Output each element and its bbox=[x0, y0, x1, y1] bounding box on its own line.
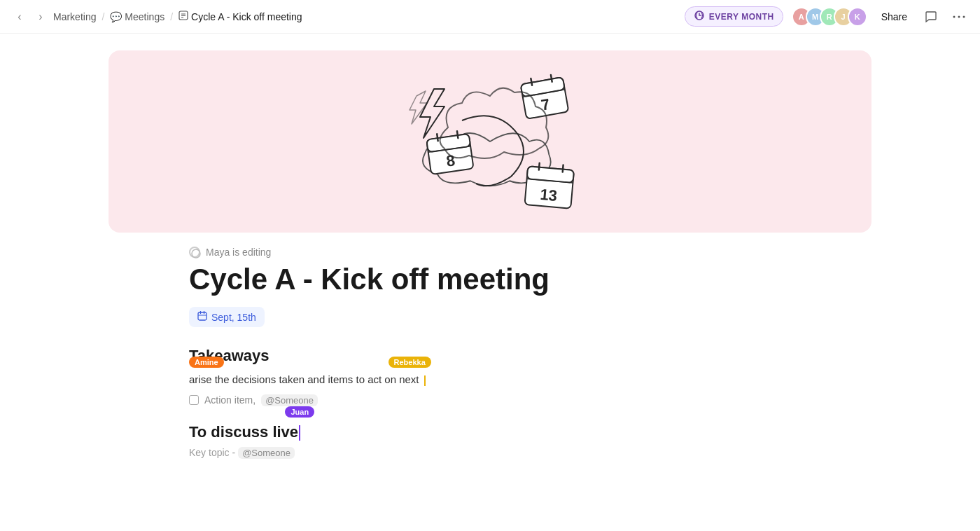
body-text-prefix: arise the decisions taken and items to a… bbox=[189, 373, 419, 385]
svg-point-6 bbox=[958, 15, 960, 18]
rebekka-cursor-label: Rebekka bbox=[388, 357, 431, 368]
breadcrumb-label: Cycle A - Kick off meeting bbox=[191, 11, 302, 22]
breadcrumb-separator-2: / bbox=[170, 11, 173, 22]
action-item-label: Action item, bbox=[204, 394, 255, 406]
cycle-icon bbox=[694, 10, 705, 23]
takeaways-heading: Takeaways bbox=[189, 347, 791, 365]
breadcrumb-current-page[interactable]: Cycle A - Kick off meeting bbox=[178, 11, 302, 22]
discuss-heading: To discuss live bbox=[189, 423, 300, 441]
topbar-right-actions: Every Month A M R J K Share bbox=[685, 6, 969, 27]
share-button[interactable]: Share bbox=[876, 8, 913, 25]
discuss-heading-wrapper: Juan To discuss live bbox=[189, 423, 300, 441]
discuss-section: Juan To discuss live Key topic - @Someon… bbox=[189, 423, 791, 459]
discuss-heading-text: To discuss live bbox=[189, 423, 298, 441]
avatar-5[interactable]: K bbox=[848, 7, 867, 27]
every-month-label: Every Month bbox=[709, 12, 774, 22]
rebekka-text-cursor bbox=[424, 375, 426, 386]
breadcrumb-label: Marketing bbox=[53, 11, 96, 22]
calendar-icon bbox=[197, 311, 207, 323]
editing-dot-icon bbox=[189, 247, 200, 258]
editing-user-label: Maya is editing bbox=[206, 247, 271, 258]
doc-icon bbox=[178, 11, 188, 22]
date-label: Sept, 15th bbox=[211, 312, 256, 323]
editing-indicator: Maya is editing bbox=[189, 247, 791, 258]
nav-back-button[interactable]: ‹ bbox=[11, 8, 28, 25]
page-title[interactable]: Cycle A - Kick off meeting bbox=[189, 263, 791, 296]
takeaways-body-text[interactable]: Amine arise the decisions taken and item… bbox=[189, 373, 791, 386]
takeaways-section: Takeaways Amine arise the decisions take… bbox=[189, 347, 791, 406]
juan-text-cursor bbox=[299, 425, 300, 441]
key-topic-assignee[interactable]: @Someone bbox=[238, 447, 295, 459]
meetings-icon: 💬 bbox=[110, 11, 122, 22]
comment-button[interactable] bbox=[921, 7, 941, 27]
action-item-checkbox[interactable] bbox=[189, 395, 199, 405]
hero-banner: 7 8 13 bbox=[108, 50, 872, 233]
nav-forward-button[interactable]: › bbox=[32, 8, 49, 25]
action-item-assignee[interactable]: @Someone bbox=[261, 394, 318, 406]
key-topic-label: Key topic - bbox=[189, 447, 235, 458]
amine-cursor-label: Amine bbox=[189, 357, 224, 368]
breadcrumb-separator-1: / bbox=[102, 11, 104, 22]
key-topic-line[interactable]: Key topic - @Someone bbox=[189, 447, 791, 459]
svg-point-44 bbox=[192, 249, 200, 258]
topbar: ‹ › Marketing / 💬 Meetings / Cycle A - K… bbox=[0, 0, 980, 34]
svg-point-5 bbox=[953, 15, 955, 18]
breadcrumb-area: ‹ › Marketing / 💬 Meetings / Cycle A - K… bbox=[11, 8, 302, 25]
more-options-button[interactable] bbox=[949, 7, 969, 27]
breadcrumb-marketing[interactable]: Marketing bbox=[53, 11, 96, 22]
svg-rect-45 bbox=[198, 312, 206, 320]
every-month-button[interactable]: Every Month bbox=[685, 6, 783, 27]
date-badge[interactable]: Sept, 15th bbox=[189, 307, 265, 327]
breadcrumb-label: Meetings bbox=[125, 11, 164, 22]
action-item-row[interactable]: Action item, @Someone bbox=[189, 394, 791, 406]
collaborators-avatars: A M R J K bbox=[792, 7, 867, 27]
breadcrumb-meetings[interactable]: 💬 Meetings bbox=[110, 11, 164, 22]
svg-point-7 bbox=[963, 15, 965, 18]
juan-cursor-label: Juan bbox=[285, 406, 314, 418]
main-content: 7 8 13 bbox=[0, 34, 980, 531]
